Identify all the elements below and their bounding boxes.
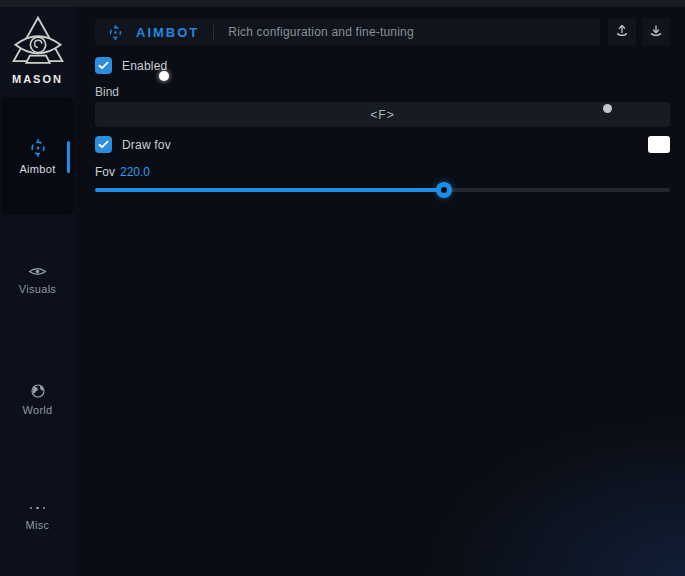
fov-slider[interactable] (95, 188, 670, 192)
fov-label: Fov (95, 165, 115, 179)
bind-input[interactable]: <F> (95, 102, 670, 127)
sidebar-item-aimbot[interactable]: Aimbot (0, 138, 75, 175)
check-icon (98, 61, 109, 70)
ellipsis-icon (30, 502, 46, 514)
fov-slider-fill (95, 188, 444, 192)
page-title: AIMBOT (136, 25, 199, 40)
fov-value-row: Fov220.0 (95, 165, 150, 179)
globe-icon (30, 383, 46, 399)
upload-icon (614, 23, 630, 42)
header-bar: AIMBOT Rich configuration and fine-tunin… (95, 18, 600, 46)
check-icon (98, 140, 109, 149)
sidebar-item-world[interactable]: World (0, 383, 75, 416)
sidebar-item-label: Visuals (19, 283, 56, 295)
bind-label: Bind (95, 85, 119, 99)
drag-dot (603, 104, 612, 113)
cursor-dot (159, 71, 169, 81)
fov-value: 220.0 (120, 165, 150, 179)
crosshair-icon (28, 138, 48, 158)
app-window: MASON Aimbot Visuals (0, 0, 685, 576)
mason-logo-icon (9, 15, 67, 71)
enabled-checkbox[interactable] (95, 57, 112, 74)
bind-value: <F> (370, 108, 394, 122)
brand-name: MASON (0, 73, 75, 85)
sidebar-item-label: World (22, 404, 52, 416)
draw-fov-row: Draw fov (95, 136, 171, 153)
sidebar-item-visuals[interactable]: Visuals (0, 265, 75, 295)
eye-icon (28, 265, 47, 278)
enabled-row: Enabled (95, 57, 167, 74)
enabled-label: Enabled (122, 59, 167, 73)
sidebar-item-label: Aimbot (19, 163, 55, 175)
fov-slider-thumb[interactable] (436, 182, 452, 198)
upload-config-button[interactable] (608, 18, 636, 46)
draw-fov-label: Draw fov (122, 138, 171, 152)
sidebar: MASON Aimbot Visuals (0, 7, 75, 576)
draw-fov-checkbox[interactable] (95, 136, 112, 153)
corner-glow (405, 406, 685, 576)
header-divider (213, 25, 214, 40)
crosshair-icon (107, 24, 124, 41)
fov-color-swatch[interactable] (648, 136, 670, 153)
sidebar-item-misc[interactable]: Misc (0, 502, 75, 531)
brand: MASON (0, 15, 75, 85)
sidebar-item-label: Misc (26, 519, 50, 531)
window-top-edge (0, 0, 685, 7)
download-icon (648, 23, 664, 42)
download-config-button[interactable] (642, 18, 670, 46)
page-subtitle: Rich configuration and fine-tuning (228, 25, 414, 39)
